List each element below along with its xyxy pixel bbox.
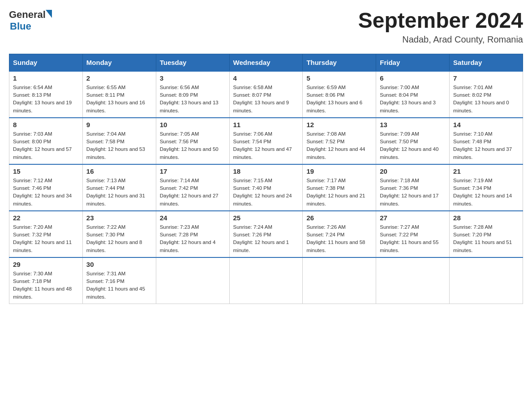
calendar-cell: 3Sunrise: 6:56 AMSunset: 8:09 PMDaylight…	[156, 71, 229, 118]
day-number: 26	[306, 214, 372, 222]
day-info: Sunrise: 7:23 AMSunset: 7:28 PMDaylight:…	[160, 223, 226, 254]
day-info: Sunrise: 7:01 AMSunset: 8:02 PMDaylight:…	[453, 84, 519, 115]
calendar-cell: 20Sunrise: 7:18 AMSunset: 7:36 PMDayligh…	[376, 164, 450, 211]
calendar-header-monday: Monday	[82, 54, 156, 71]
day-number: 7	[453, 74, 519, 82]
logo-blue: Blue	[10, 21, 31, 32]
calendar-table: SundayMondayTuesdayWednesdayThursdayFrid…	[9, 54, 523, 304]
calendar-cell: 30Sunrise: 7:31 AMSunset: 7:16 PMDayligh…	[82, 257, 156, 304]
day-number: 12	[306, 121, 372, 128]
logo-general: General	[9, 9, 46, 21]
calendar-cell	[450, 257, 523, 304]
day-number: 16	[86, 167, 152, 175]
day-info: Sunrise: 7:08 AMSunset: 7:52 PMDaylight:…	[306, 130, 372, 161]
calendar-cell: 16Sunrise: 7:13 AMSunset: 7:44 PMDayligh…	[82, 164, 156, 211]
day-info: Sunrise: 7:12 AMSunset: 7:46 PMDaylight:…	[13, 177, 79, 208]
day-number: 18	[233, 167, 299, 175]
calendar-cell: 22Sunrise: 7:20 AMSunset: 7:32 PMDayligh…	[9, 211, 83, 257]
day-number: 21	[453, 167, 519, 175]
day-info: Sunrise: 7:22 AMSunset: 7:30 PMDaylight:…	[86, 223, 152, 254]
day-info: Sunrise: 6:59 AMSunset: 8:06 PMDaylight:…	[306, 84, 372, 115]
day-number: 4	[233, 74, 299, 82]
day-info: Sunrise: 7:18 AMSunset: 7:36 PMDaylight:…	[380, 177, 446, 208]
day-number: 14	[453, 121, 519, 128]
day-info: Sunrise: 7:06 AMSunset: 7:54 PMDaylight:…	[233, 130, 299, 161]
day-info: Sunrise: 7:03 AMSunset: 8:00 PMDaylight:…	[13, 130, 79, 161]
calendar-cell	[229, 257, 303, 304]
day-info: Sunrise: 7:04 AMSunset: 7:58 PMDaylight:…	[86, 130, 152, 161]
calendar-cell: 5Sunrise: 6:59 AMSunset: 8:06 PMDaylight…	[303, 71, 376, 118]
day-info: Sunrise: 7:26 AMSunset: 7:24 PMDaylight:…	[306, 223, 372, 254]
day-number: 11	[233, 121, 299, 128]
calendar-cell: 10Sunrise: 7:05 AMSunset: 7:56 PMDayligh…	[156, 118, 229, 164]
calendar-cell: 4Sunrise: 6:58 AMSunset: 8:07 PMDaylight…	[229, 71, 303, 118]
day-info: Sunrise: 7:24 AMSunset: 7:26 PMDaylight:…	[233, 223, 299, 254]
calendar-header-row: SundayMondayTuesdayWednesdayThursdayFrid…	[9, 54, 523, 71]
day-number: 6	[380, 74, 446, 82]
location: Nadab, Arad County, Romania	[358, 34, 523, 45]
day-info: Sunrise: 6:58 AMSunset: 8:07 PMDaylight:…	[233, 84, 299, 115]
calendar-header-wednesday: Wednesday	[229, 54, 303, 71]
day-number: 23	[86, 214, 152, 222]
day-info: Sunrise: 7:00 AMSunset: 8:04 PMDaylight:…	[380, 84, 446, 115]
calendar-week-row: 29Sunrise: 7:30 AMSunset: 7:18 PMDayligh…	[9, 257, 523, 304]
day-info: Sunrise: 7:31 AMSunset: 7:16 PMDaylight:…	[86, 270, 152, 301]
day-info: Sunrise: 7:09 AMSunset: 7:50 PMDaylight:…	[380, 130, 446, 161]
calendar-cell: 19Sunrise: 7:17 AMSunset: 7:38 PMDayligh…	[303, 164, 376, 211]
calendar-cell: 29Sunrise: 7:30 AMSunset: 7:18 PMDayligh…	[9, 257, 83, 304]
month-title: September 2024	[358, 9, 523, 33]
day-number: 20	[380, 167, 446, 175]
calendar-week-row: 22Sunrise: 7:20 AMSunset: 7:32 PMDayligh…	[9, 211, 523, 257]
day-info: Sunrise: 7:14 AMSunset: 7:42 PMDaylight:…	[160, 177, 226, 208]
calendar-header-thursday: Thursday	[303, 54, 376, 71]
calendar-cell: 2Sunrise: 6:55 AMSunset: 8:11 PMDaylight…	[82, 71, 156, 118]
day-info: Sunrise: 7:19 AMSunset: 7:34 PMDaylight:…	[453, 177, 519, 208]
calendar-cell: 24Sunrise: 7:23 AMSunset: 7:28 PMDayligh…	[156, 211, 229, 257]
day-number: 9	[86, 121, 152, 128]
day-number: 30	[86, 261, 152, 268]
day-info: Sunrise: 7:05 AMSunset: 7:56 PMDaylight:…	[160, 130, 226, 161]
day-number: 24	[160, 214, 226, 222]
calendar-week-row: 15Sunrise: 7:12 AMSunset: 7:46 PMDayligh…	[9, 164, 523, 211]
day-number: 27	[380, 214, 446, 222]
day-info: Sunrise: 6:55 AMSunset: 8:11 PMDaylight:…	[86, 84, 152, 115]
calendar-cell: 23Sunrise: 7:22 AMSunset: 7:30 PMDayligh…	[82, 211, 156, 257]
calendar-header-friday: Friday	[376, 54, 450, 71]
calendar-cell: 12Sunrise: 7:08 AMSunset: 7:52 PMDayligh…	[303, 118, 376, 164]
day-info: Sunrise: 7:20 AMSunset: 7:32 PMDaylight:…	[13, 223, 79, 254]
day-info: Sunrise: 7:10 AMSunset: 7:48 PMDaylight:…	[453, 130, 519, 161]
day-info: Sunrise: 7:13 AMSunset: 7:44 PMDaylight:…	[86, 177, 152, 208]
calendar-cell: 26Sunrise: 7:26 AMSunset: 7:24 PMDayligh…	[303, 211, 376, 257]
calendar-cell: 14Sunrise: 7:10 AMSunset: 7:48 PMDayligh…	[450, 118, 523, 164]
calendar-cell: 9Sunrise: 7:04 AMSunset: 7:58 PMDaylight…	[82, 118, 156, 164]
calendar-cell	[303, 257, 376, 304]
calendar-cell: 18Sunrise: 7:15 AMSunset: 7:40 PMDayligh…	[229, 164, 303, 211]
calendar-cell: 15Sunrise: 7:12 AMSunset: 7:46 PMDayligh…	[9, 164, 83, 211]
day-number: 13	[380, 121, 446, 128]
calendar-cell: 21Sunrise: 7:19 AMSunset: 7:34 PMDayligh…	[450, 164, 523, 211]
day-info: Sunrise: 6:56 AMSunset: 8:09 PMDaylight:…	[160, 84, 226, 115]
day-info: Sunrise: 6:54 AMSunset: 8:13 PMDaylight:…	[13, 84, 79, 115]
day-number: 3	[160, 74, 226, 82]
calendar-cell: 7Sunrise: 7:01 AMSunset: 8:02 PMDaylight…	[450, 71, 523, 118]
day-number: 8	[13, 121, 79, 128]
calendar-cell: 11Sunrise: 7:06 AMSunset: 7:54 PMDayligh…	[229, 118, 303, 164]
title-block: September 2024 Nadab, Arad County, Roman…	[358, 9, 523, 45]
calendar-cell	[376, 257, 450, 304]
day-info: Sunrise: 7:17 AMSunset: 7:38 PMDaylight:…	[306, 177, 372, 208]
calendar-week-row: 1Sunrise: 6:54 AMSunset: 8:13 PMDaylight…	[9, 71, 523, 118]
day-info: Sunrise: 7:28 AMSunset: 7:20 PMDaylight:…	[453, 223, 519, 254]
logo-triangle-icon	[46, 10, 52, 18]
calendar-cell: 6Sunrise: 7:00 AMSunset: 8:04 PMDaylight…	[376, 71, 450, 118]
day-number: 19	[306, 167, 372, 175]
day-number: 29	[13, 261, 79, 268]
day-number: 5	[306, 74, 372, 82]
page-header: General Blue September 2024 Nadab, Arad …	[9, 9, 523, 45]
calendar-header-sunday: Sunday	[9, 54, 83, 71]
day-number: 25	[233, 214, 299, 222]
day-number: 17	[160, 167, 226, 175]
calendar-cell: 25Sunrise: 7:24 AMSunset: 7:26 PMDayligh…	[229, 211, 303, 257]
day-info: Sunrise: 7:30 AMSunset: 7:18 PMDaylight:…	[13, 270, 79, 301]
day-number: 10	[160, 121, 226, 128]
day-number: 2	[86, 74, 152, 82]
